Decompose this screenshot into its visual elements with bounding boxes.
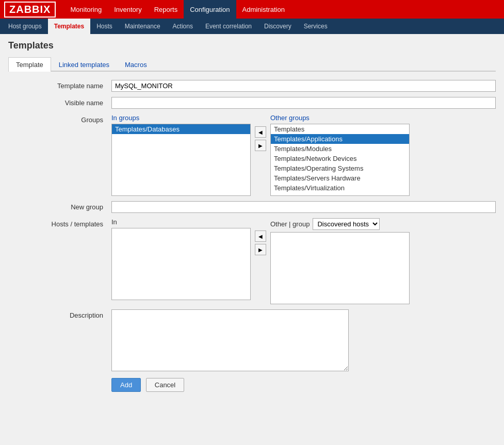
list-item[interactable]: Templates/Modules [271, 144, 409, 154]
template-name-label: Template name [8, 80, 111, 90]
top-nav-administration[interactable]: Administration [236, 0, 291, 19]
template-name-row: Template name [8, 80, 496, 92]
second-nav-hosts[interactable]: Hosts [90, 19, 119, 34]
template-name-input[interactable] [111, 80, 496, 92]
hosts-move-left-button[interactable]: ◀ [255, 230, 266, 242]
hosts-templates-row: Hosts / templates In ◀ ▶ [8, 218, 496, 304]
second-nav-host-groups[interactable]: Host groups [2, 19, 48, 34]
in-groups-label: In groups [111, 114, 251, 122]
hosts-move-right-button[interactable]: ▶ [255, 244, 266, 255]
description-label: Description [8, 309, 111, 319]
hosts-templates-input-wrapper: In ◀ ▶ Other | group Dis [111, 218, 496, 304]
template-name-input-wrapper [111, 80, 496, 92]
list-item[interactable]: Templates/Network Devices [271, 154, 409, 163]
form-buttons-wrapper: Add Cancel [111, 378, 496, 392]
second-nav-discovery[interactable]: Discovery [258, 19, 298, 34]
tab-template[interactable]: Template [8, 57, 51, 72]
add-button[interactable]: Add [111, 378, 141, 392]
hosts-in-label: In [111, 218, 251, 226]
page-title: Templates [8, 40, 496, 51]
tab-linked-templates[interactable]: Linked templates [51, 57, 117, 72]
second-nav-event-correlation[interactable]: Event correlation [199, 19, 258, 34]
hosts-container: In ◀ ▶ Other | group Dis [111, 218, 496, 304]
visible-name-label: Visible name [8, 97, 111, 107]
other-groups-listbox[interactable]: Templates Templates/Applications Templat… [270, 124, 410, 196]
other-groups-label: Other groups [270, 114, 410, 122]
second-navigation: Host groups Templates Hosts Maintenance … [0, 19, 504, 34]
list-item[interactable]: Templates [271, 124, 409, 134]
new-group-input[interactable] [111, 201, 496, 213]
top-nav-reports[interactable]: Reports [148, 0, 184, 19]
description-textarea[interactable] [111, 309, 349, 371]
hosts-group-dropdown[interactable]: Discovered hosts Host groups Templates V… [313, 218, 380, 230]
form-buttons-row: Add Cancel [8, 378, 496, 392]
hosts-templates-label: Hosts / templates [8, 218, 111, 228]
top-nav-inventory[interactable]: Inventory [108, 0, 148, 19]
groups-move-right-button[interactable]: ▶ [255, 140, 266, 151]
groups-row: Groups In groups Templates/Databases ◀ ▶ [8, 114, 496, 196]
hosts-in-listbox[interactable] [111, 228, 251, 300]
hosts-other-group-label: Other | group Discovered hosts Host grou… [270, 218, 410, 230]
new-group-input-wrapper [111, 201, 496, 213]
top-nav-monitoring[interactable]: Monitoring [64, 0, 108, 19]
second-nav-services[interactable]: Services [298, 19, 334, 34]
groups-label: Groups [8, 114, 111, 124]
hosts-other-label-text: Other | group [270, 220, 310, 228]
description-input-wrapper [111, 309, 496, 373]
second-nav-actions[interactable]: Actions [167, 19, 199, 34]
groups-input-wrapper: In groups Templates/Databases ◀ ▶ Other … [111, 114, 496, 196]
tabs: Template Linked templates Macros [8, 57, 496, 72]
groups-move-left-button[interactable]: ◀ [255, 126, 266, 138]
list-item[interactable]: Templates/Databases [112, 124, 250, 134]
logo[interactable]: ZABBIX [4, 2, 56, 18]
hosts-in-section: In [111, 218, 251, 300]
top-navigation: ZABBIX Monitoring Inventory Reports Conf… [0, 0, 504, 19]
visible-name-row: Visible name [8, 97, 496, 109]
list-item[interactable]: Templates/Operating Systems [271, 163, 409, 173]
list-item[interactable]: Templates/Applications [271, 134, 409, 144]
second-nav-templates[interactable]: Templates [48, 19, 90, 34]
list-item[interactable]: Virtual machines [271, 193, 409, 196]
new-group-label: New group [8, 201, 111, 211]
list-item[interactable]: Templates/Servers Hardware [271, 173, 409, 183]
tab-macros[interactable]: Macros [117, 57, 155, 72]
visible-name-input[interactable] [111, 97, 496, 109]
hosts-other-group-section: Other | group Discovered hosts Host grou… [270, 218, 410, 304]
page-content: Templates Template Linked templates Macr… [0, 34, 504, 403]
top-nav-configuration[interactable]: Configuration [184, 0, 236, 19]
hosts-arrow-buttons: ◀ ▶ [255, 218, 266, 255]
second-nav-maintenance[interactable]: Maintenance [119, 19, 167, 34]
other-groups-section: Other groups Templates Templates/Applica… [270, 114, 410, 196]
form-buttons-spacer [8, 378, 111, 380]
cancel-button[interactable]: Cancel [146, 378, 184, 392]
new-group-row: New group [8, 201, 496, 213]
description-row: Description [8, 309, 496, 373]
visible-name-input-wrapper [111, 97, 496, 109]
list-item[interactable]: Templates/Virtualization [271, 183, 409, 193]
groups-container: In groups Templates/Databases ◀ ▶ Other … [111, 114, 496, 196]
in-groups-section: In groups Templates/Databases [111, 114, 251, 196]
form: Template name Visible name Groups In gro… [8, 80, 496, 392]
in-groups-listbox[interactable]: Templates/Databases [111, 124, 251, 196]
groups-arrow-buttons: ◀ ▶ [255, 114, 266, 151]
hosts-other-listbox[interactable] [270, 232, 410, 304]
